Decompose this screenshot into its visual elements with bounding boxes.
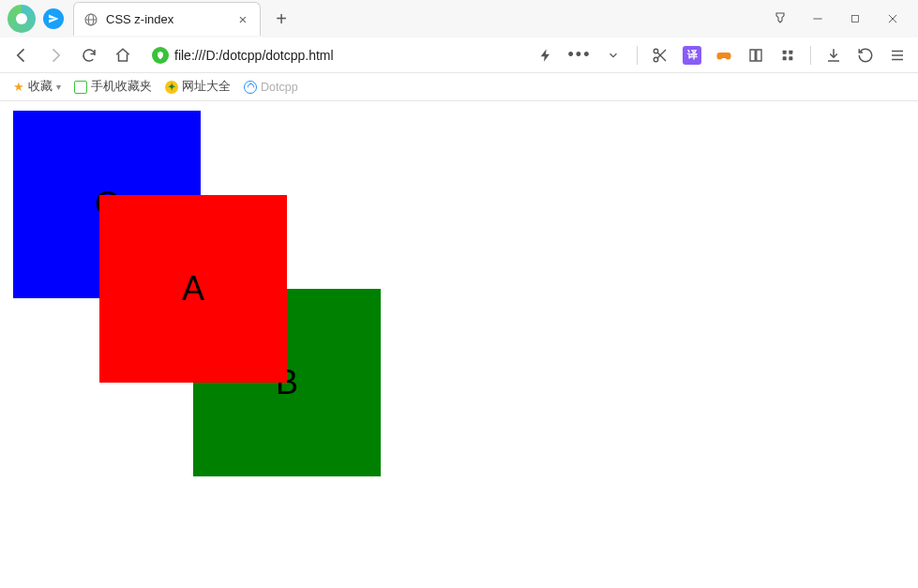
pin-icon[interactable] [772,10,789,27]
menu-icon[interactable] [888,46,907,65]
globe-icon [83,12,98,27]
game-icon[interactable] [715,46,733,65]
close-tab-button[interactable]: × [235,12,250,27]
address-bar[interactable]: file:///D:/dotcpp/dotcpp.html [146,44,522,67]
bookmark-sites[interactable]: ✦ 网址大全 [161,77,234,97]
bookmark-dotcpp[interactable]: Dotcpp [240,79,302,96]
more-icon[interactable]: ••• [569,45,590,66]
svg-rect-11 [783,50,787,53]
forward-button[interactable] [45,45,66,66]
svg-point-8 [654,57,658,62]
site-security-icon[interactable] [152,47,169,64]
box-a: A [99,195,287,383]
scissors-icon[interactable] [651,46,670,65]
minimize-button[interactable] [809,10,826,27]
navigation-bar: file:///D:/dotcpp/dotcpp.html ••• 译 [0,38,918,73]
browser-tab[interactable]: CSS z-index × [73,2,261,36]
separator [810,46,811,65]
home-button[interactable] [113,45,133,66]
svg-rect-14 [789,56,792,60]
bookmark-bar: ★ 收藏 ▾ 手机收藏夹 ✦ 网址大全 Dotcpp [0,73,918,101]
translate-icon[interactable]: 译 [683,46,701,65]
separator [637,46,638,65]
maximize-button[interactable] [847,10,864,27]
bookmark-label: 收藏 [28,79,53,95]
bookmark-label: 手机收藏夹 [91,79,152,95]
svg-rect-13 [783,56,787,60]
chevron-down-icon: ▾ [56,82,61,92]
svg-point-7 [654,49,658,53]
window-titlebar: CSS z-index × + [0,0,918,38]
page-viewport: C A B [0,101,918,588]
close-window-button[interactable] [884,10,901,27]
back-button[interactable] [11,45,32,66]
restore-icon[interactable] [856,46,875,65]
phone-icon [74,81,87,94]
star-icon: ★ [13,80,24,94]
bookmark-mobile[interactable]: 手机收藏夹 [70,77,156,97]
download-icon[interactable] [824,46,843,65]
bookmark-label: 网址大全 [182,79,231,95]
site-icon: ✦ [165,81,178,94]
lightning-icon[interactable] [535,45,556,66]
chevron-down-icon[interactable] [603,45,624,66]
tab-title: CSS z-index [106,12,228,26]
window-controls [755,10,918,27]
dotcpp-icon [244,81,257,94]
svg-rect-12 [789,50,792,53]
svg-rect-4 [852,16,859,23]
book-icon[interactable] [746,46,765,65]
bookmark-favorites[interactable]: ★ 收藏 ▾ [9,77,65,97]
grid-icon[interactable] [778,46,797,65]
quick-launch-icon[interactable] [43,8,64,29]
bookmark-label: Dotcpp [261,81,298,94]
url-text: file:///D:/dotcpp/dotcpp.html [174,48,334,63]
browser-logo-icon [8,5,36,33]
reload-button[interactable] [79,45,99,66]
new-tab-button[interactable]: + [268,6,294,32]
